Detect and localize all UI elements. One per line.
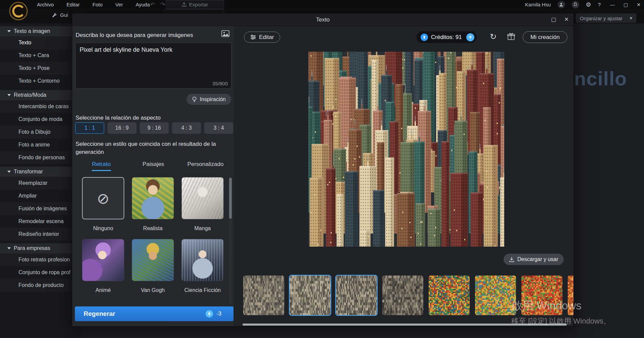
collapse-caret-icon (7, 94, 11, 96)
regenerate-cost: -3 (216, 310, 221, 317)
menu-editar[interactable]: Editar (67, 2, 80, 7)
collapse-caret-icon (7, 247, 11, 249)
style-option-manga[interactable] (181, 177, 224, 219)
aspect-ratio-options: 1 : 1 16 : 9 9 : 16 4 : 3 3 : 4 (75, 122, 233, 134)
sidebar-item-foto-dibujo[interactable]: Foto a Dibujo (0, 126, 81, 138)
account-avatar-icon[interactable] (558, 1, 565, 8)
result-thumbnail-3-selected[interactable] (335, 275, 378, 316)
style-option-ninguno[interactable]: ⊘ (82, 177, 124, 219)
style-tabs: Retrato Paisajes Personalizado (75, 161, 231, 171)
organize-adjust-dropdown[interactable]: Organizar y ajustar ▾ (576, 13, 636, 23)
sidebar-item-intercambio-caras[interactable]: Intercambio de caras (0, 100, 81, 113)
window-maximize-button[interactable]: ▢ (624, 2, 628, 7)
export-button[interactable]: Exportar (166, 0, 224, 9)
menu-ayuda[interactable]: Ayuda (136, 2, 150, 7)
aspect-16-9-button[interactable]: 16 : 9 (108, 122, 136, 134)
sidebar-section-para-empresas[interactable]: Para empresas (0, 243, 81, 253)
guided-module-label[interactable]: Gui (52, 12, 68, 18)
tools-icon (52, 12, 57, 18)
sliders-icon (250, 35, 256, 40)
aspect-3-4-button[interactable]: 3 : 4 (204, 122, 233, 134)
style-option-anime[interactable] (82, 239, 124, 281)
sidebar-item-texto-pose[interactable]: Texto + Pose (0, 62, 81, 75)
style-list-scrollbar[interactable] (229, 177, 232, 304)
generation-settings-panel: Describa lo que desea para generar imáge… (72, 26, 234, 326)
sidebar-item-fondo-producto[interactable]: Fondo de producto (0, 279, 81, 292)
sidebar-section-transformar[interactable]: Transformar (0, 167, 81, 177)
window-close-button[interactable]: ✕ (637, 2, 641, 7)
settings-gear-icon[interactable]: ⚙ (586, 1, 591, 8)
generation-result-panel: Editar Créditos: 91 + ↻ Mi creación Desc… (234, 26, 573, 326)
sidebar-item-texto-contorno[interactable]: Texto + Contorno (0, 75, 81, 87)
sidebar-item-texto[interactable]: Texto (0, 36, 81, 49)
edit-button[interactable]: Editar (244, 32, 280, 43)
menu-ver[interactable]: Ver (115, 2, 123, 7)
aspect-4-3-button[interactable]: 4 : 3 (172, 122, 201, 134)
gift-icon[interactable] (507, 33, 515, 40)
tab-retrato[interactable]: Retrato (75, 161, 127, 171)
download-icon (509, 257, 514, 262)
sidebar-item-fondo-personas[interactable]: Fondo de personas (0, 151, 81, 164)
dialog-titlebar: Texto ▢ ✕ (72, 13, 573, 26)
style-option-ciencia-ficcion[interactable] (181, 239, 224, 281)
style-option-realista[interactable] (132, 177, 174, 219)
sidebar-item-conjunto-ropa-profesional[interactable]: Conjunto de ropa prof (0, 266, 81, 279)
result-thumbnail-8[interactable] (567, 275, 573, 316)
sidebar-item-remodelar-escena[interactable]: Remodelar escena (0, 215, 81, 228)
aspect-ratio-label: Seleccione la relación de aspecto (76, 115, 161, 121)
user-name: Kamila Hsu (525, 2, 551, 7)
sidebar-item-reemplazar[interactable]: Reemplazar (0, 177, 81, 189)
menu-bar: Archivo Editar Foto Ver Ayuda (37, 0, 150, 9)
app-titlebar: Archivo Editar Foto Ver Ayuda ↶ ↷ Export… (0, 0, 644, 9)
sidebar-item-fusion-imagenes[interactable]: Fusión de imágenes (0, 202, 81, 215)
download-and-use-button[interactable]: Descargar y usar (504, 254, 564, 265)
aspect-9-16-button[interactable]: 9 : 16 (140, 122, 169, 134)
credits-pill[interactable]: Créditos: 91 + (417, 31, 477, 43)
tab-paisajes[interactable]: Paisajes (127, 161, 179, 171)
sidebar-item-foto-anime[interactable]: Foto a anime (0, 138, 81, 151)
result-thumbnail-4[interactable] (382, 275, 424, 316)
help-icon[interactable]: ? (598, 2, 601, 7)
generated-image[interactable] (308, 52, 504, 247)
menu-archivo[interactable]: Archivo (37, 2, 54, 7)
undo-icon[interactable]: ↶ (150, 1, 155, 8)
style-grid: ⊘ Ninguno Realista Manga Animé Van (82, 177, 224, 293)
char-count: 35/800 (212, 81, 228, 86)
sidebar-item-conjunto-moda[interactable]: Conjunto de moda (0, 113, 81, 126)
my-creation-button[interactable]: Mi creación (523, 31, 567, 43)
sidebar-section-retrato-moda[interactable]: Retrato/Moda (0, 90, 81, 100)
aspect-1-1-button[interactable]: 1 : 1 (75, 122, 104, 134)
result-thumbnail-2-selected[interactable] (289, 275, 331, 316)
window-minimize-button[interactable]: — (610, 2, 615, 7)
sidebar-item-rediseno-interior[interactable]: Rediseño interior (0, 228, 81, 241)
result-thumbnail-5[interactable] (428, 275, 470, 316)
image-prompt-icon[interactable] (221, 30, 229, 37)
menu-foto[interactable]: Foto (92, 2, 102, 7)
texto-dialog: Texto ▢ ✕ Describa lo que desea para gen… (72, 13, 574, 327)
sidebar-item-texto-cara[interactable]: Texto + Cara (0, 49, 81, 62)
add-credits-button[interactable]: + (466, 33, 474, 41)
prompt-label: Describa lo que desea para generar imáge… (76, 32, 193, 39)
result-thumbnail-6[interactable] (474, 275, 517, 316)
redo-icon[interactable]: ↷ (160, 1, 165, 8)
result-thumbnail-1[interactable] (243, 275, 285, 316)
prompt-input[interactable]: Pixel art del skyline de Nueva York (76, 43, 231, 88)
regenerate-button[interactable]: Regenerar -3 (75, 306, 233, 321)
refresh-icon[interactable]: ↻ (490, 32, 497, 41)
collapse-caret-icon (7, 171, 11, 173)
inspiration-button[interactable]: Inspiración (186, 94, 231, 105)
sidebar-item-foto-retrato-profesional[interactable]: Foto retrato profesion (0, 253, 81, 266)
dialog-close-button[interactable]: ✕ (564, 16, 569, 23)
sidebar-section-texto-a-imagen[interactable]: Texto a imagen (0, 26, 81, 36)
result-thumbnail-7[interactable] (521, 275, 563, 316)
notifications-bell-icon[interactable] (572, 1, 579, 8)
style-option-van-gogh[interactable] (132, 239, 174, 281)
sidebar: Texto a imagen Texto Texto + Cara Texto … (0, 24, 81, 338)
dialog-maximize-button[interactable]: ▢ (551, 16, 556, 23)
sidebar-item-ampliar[interactable]: Ampliar (0, 189, 81, 202)
scrollbar-thumb[interactable] (229, 178, 232, 219)
result-thumbnail-strip (234, 275, 573, 319)
tab-personalizado[interactable]: Personalizado (179, 161, 231, 171)
thumbnail-strip-scrollbar[interactable] (243, 324, 567, 326)
dialog-title: Texto (316, 16, 330, 23)
